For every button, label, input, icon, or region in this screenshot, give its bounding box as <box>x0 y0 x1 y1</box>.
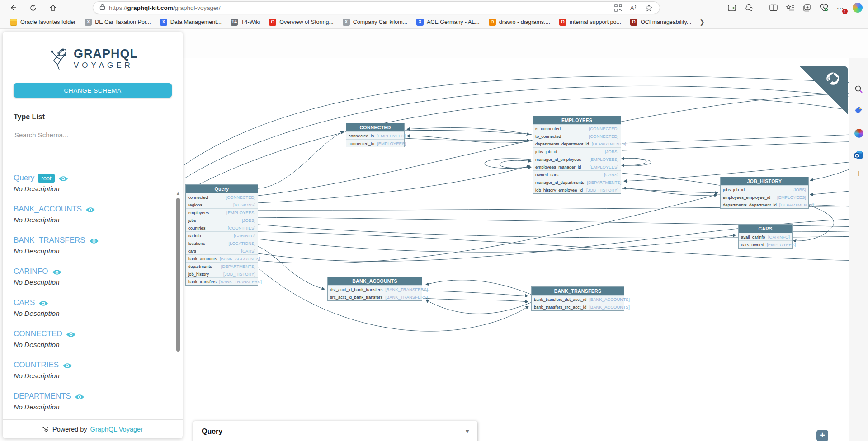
bookmark-item[interactable]: XCompany Car kilom... <box>339 17 411 27</box>
bookmark-item[interactable]: Ointernal support po... <box>556 17 625 27</box>
node-field-row[interactable]: manager_id_employees[EMPLOYEES] <box>533 155 621 163</box>
graph-node[interactable]: BANK_TRANSFERSbank_transfers_dst_acct_id… <box>531 286 624 311</box>
home-icon[interactable] <box>46 1 60 14</box>
eye-icon[interactable] <box>52 269 61 275</box>
type-name-link[interactable]: Query <box>14 174 34 183</box>
node-field-row[interactable]: employees[EMPLOYEES] <box>186 208 258 216</box>
eye-icon[interactable] <box>89 238 98 244</box>
type-name-link[interactable]: CONNECTED <box>14 329 62 338</box>
type-name-link[interactable]: CARS <box>14 298 35 307</box>
bookmark-item[interactable]: T4T4-Wiki <box>227 17 264 27</box>
type-name-link[interactable]: COUNTRIES <box>14 361 59 370</box>
address-bar[interactable]: https://graphql-kit.com/graphql-voyager/… <box>93 1 660 14</box>
bookmark-item[interactable]: Ddrawio - diagrams.... <box>485 17 554 27</box>
bookmark-item[interactable]: OOCI manageability... <box>627 17 695 27</box>
node-field-row[interactable]: connected_is[EMPLOYEES] <box>346 131 404 139</box>
node-field-row[interactable]: dst_acct_id_bank_transfers[BANK_TRANSFER… <box>328 285 422 293</box>
shopping-icon[interactable] <box>854 104 864 115</box>
github-corner-ribbon[interactable] <box>799 66 848 115</box>
add-sidebar-item-icon[interactable]: + <box>854 169 864 179</box>
favorite-star-icon[interactable] <box>644 3 653 12</box>
graph-node[interactable]: Queryconnected[CONNECTED]regions[REGIONS… <box>185 184 258 286</box>
node-field-row[interactable]: employees_manager_id[EMPLOYEES] <box>533 163 621 170</box>
node-field-row[interactable]: connected[CONNECTED] <box>186 193 258 201</box>
eye-icon[interactable] <box>85 206 94 212</box>
type-name-link[interactable]: CARINFO <box>14 267 48 276</box>
node-field-row[interactable]: regions[REGIONS] <box>186 201 258 208</box>
type-list-scrollbar[interactable]: ▲ ▼ <box>175 191 181 438</box>
node-field-row[interactable]: is_connected[CONNECTED] <box>533 124 621 132</box>
node-field-row[interactable]: bank_transfers_src_acct_id[BANK_ACCOUNTS… <box>532 303 624 310</box>
change-schema-button[interactable]: CHANGE SCHEMA <box>14 83 172 98</box>
extensions-icon[interactable] <box>744 3 753 12</box>
node-field-row[interactable]: jobs_job_id[JOBS] <box>721 185 808 193</box>
node-field-row[interactable]: bank_transfers_dst_acct_id[BANK_ACCOUNTS… <box>532 295 624 303</box>
node-field-row[interactable]: jobs[JOBS] <box>186 216 258 224</box>
browser-essentials-icon[interactable] <box>819 3 828 12</box>
voyager-link[interactable]: GraphQL Voyager <box>90 426 143 433</box>
settings-more-icon[interactable]: ⋯↑ <box>836 3 845 12</box>
node-field-row[interactable]: bank_transfers[BANK_TRANSFERS] <box>186 277 258 285</box>
node-title[interactable]: CONNECTED <box>346 123 404 131</box>
node-field-row[interactable]: carinfo[CARINFO] <box>186 231 258 239</box>
node-title[interactable]: BANK_ACCOUNTS <box>328 277 422 285</box>
node-field-row[interactable]: locations[LOCATIONS] <box>186 239 258 247</box>
node-title[interactable]: EMPLOYEES <box>533 116 621 124</box>
node-field-row[interactable]: departments[DEPARTMENTS] <box>186 262 258 270</box>
node-field-row[interactable]: bank_accounts[BANK_ACCOUNTS] <box>186 254 258 262</box>
microsoft365-icon[interactable] <box>854 128 864 139</box>
search-sidebar-icon[interactable] <box>854 84 864 94</box>
split-screen-icon[interactable] <box>769 3 778 12</box>
node-title[interactable]: Query <box>186 185 258 193</box>
search-input[interactable] <box>14 129 172 141</box>
wallet-icon[interactable] <box>727 3 736 12</box>
eye-icon[interactable] <box>75 394 83 399</box>
outlook-icon[interactable] <box>854 150 864 160</box>
graph-node[interactable]: BANK_ACCOUNTSdst_acct_id_bank_transfers[… <box>327 277 422 301</box>
collections-icon[interactable] <box>802 3 811 12</box>
node-field-row[interactable]: cars_owned[EMPLOYEES] <box>739 240 792 248</box>
node-field-row[interactable]: jobs_job_id[JOBS] <box>533 147 621 155</box>
graph-node[interactable]: JOB_HISTORYjobs_job_id[JOBS]employees_em… <box>720 177 809 209</box>
eye-icon[interactable] <box>38 300 47 306</box>
bookmark-item[interactable]: OOverview of Storing... <box>265 17 337 27</box>
node-field-row[interactable]: employees_employee_id[EMPLOYEES] <box>721 193 808 201</box>
favorites-list-icon[interactable] <box>786 3 795 12</box>
bookmark-item[interactable]: XACE Germany - AL... <box>413 17 483 27</box>
node-title[interactable]: JOB_HISTORY <box>721 177 808 185</box>
node-field-row[interactable]: owned_cars[CARS] <box>533 170 621 178</box>
node-field-row[interactable]: job_history[JOB_HISTORY] <box>186 270 258 277</box>
node-field-row[interactable]: departments_department_id[DEPARTMENTS] <box>533 140 621 147</box>
more-bookmarks-chevron[interactable]: ❯ <box>699 19 705 26</box>
bookmark-item[interactable]: XDE Car Taxation Por... <box>81 17 154 27</box>
qr-code-icon[interactable] <box>613 3 623 12</box>
graph-canvas[interactable] <box>183 58 849 441</box>
eye-icon[interactable] <box>66 331 75 337</box>
refresh-icon[interactable] <box>26 1 40 14</box>
node-field-row[interactable]: manager_id_departments[DEPARTMENTS] <box>533 178 621 186</box>
read-aloud-icon[interactable]: A <box>629 3 638 12</box>
scrollbar-thumb[interactable] <box>176 198 180 352</box>
node-field-row[interactable]: job_history_employee_id[JOB_HISTORY] <box>533 186 621 193</box>
graph-node[interactable]: EMPLOYEESis_connected[CONNECTED]to_conne… <box>533 116 621 194</box>
zoom-in-button[interactable]: + <box>816 430 828 441</box>
sidebar-panel-icon[interactable] <box>854 439 864 441</box>
type-name-link[interactable]: DEPARTMENTS <box>14 392 71 401</box>
node-field-row[interactable]: departments_department_id[DEPARTMENTS] <box>721 201 808 208</box>
type-name-link[interactable]: BANK_ACCOUNTS <box>14 205 82 214</box>
scroll-up-arrow[interactable]: ▲ <box>175 191 181 196</box>
bookmark-item[interactable]: XData Management... <box>156 17 225 27</box>
node-title[interactable]: BANK_TRANSFERS <box>532 287 624 295</box>
root-type-select[interactable]: Query ▼ <box>193 421 477 441</box>
bookmark-item[interactable]: Oracle favorites folder <box>6 17 79 27</box>
node-field-row[interactable]: cars[CARS] <box>186 247 258 254</box>
lock-icon[interactable] <box>99 4 105 12</box>
node-title[interactable]: CARS <box>739 225 792 233</box>
node-field-row[interactable]: to_connected[CONNECTED] <box>533 132 621 140</box>
copilot-icon[interactable] <box>853 3 863 13</box>
type-name-link[interactable]: BANK_TRANSFERS <box>14 236 85 245</box>
eye-icon[interactable] <box>58 175 67 181</box>
graph-node[interactable]: CARSavail_carinfo[CARINFO]cars_owned[EMP… <box>738 224 793 249</box>
node-field-row[interactable]: avail_carinfo[CARINFO] <box>739 233 792 240</box>
graph-node[interactable]: CONNECTEDconnected_is[EMPLOYEES]connecte… <box>346 123 405 147</box>
